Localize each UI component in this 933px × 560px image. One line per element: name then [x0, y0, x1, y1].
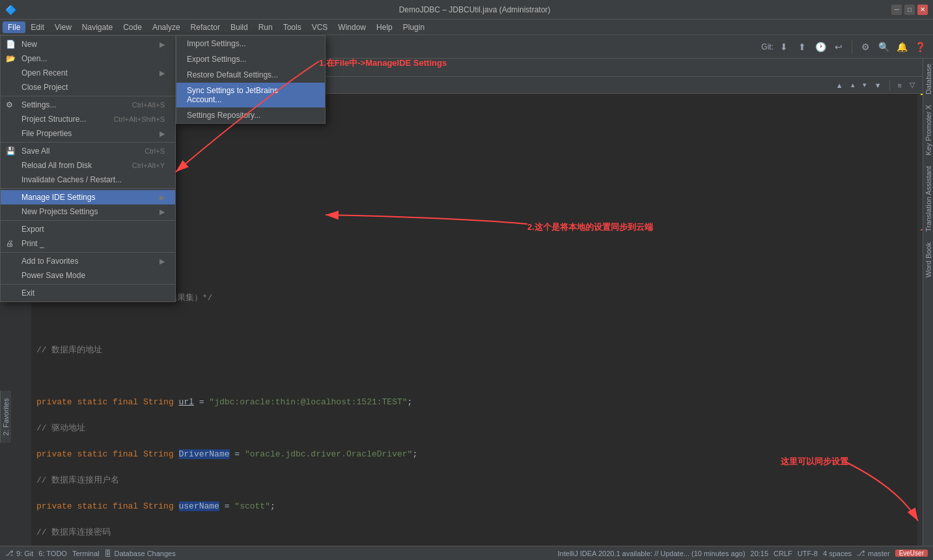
branch-status[interactable]: ⎇ master — [857, 549, 890, 557]
menu-section-1: 📄 New ▶ 📂 Open... Open Recent ▶ Close Pr… — [1, 36, 175, 96]
menu-save-all[interactable]: 💾 Save All Ctrl+S — [1, 144, 175, 158]
menu-navigate[interactable]: Navigate — [77, 21, 118, 33]
menu-build[interactable]: Build — [225, 21, 253, 33]
menu-vcs[interactable]: VCS — [307, 21, 333, 33]
code-scrollbar[interactable] — [917, 94, 923, 546]
git-update-button[interactable]: ⬇ — [776, 39, 792, 55]
align-button[interactable]: ≡ — [895, 81, 904, 90]
filter-button[interactable]: ▽ — [907, 80, 917, 90]
menu-reload[interactable]: Reload All from Disk Ctrl+Alt+Y — [1, 158, 175, 173]
terminal-label: Terminal — [72, 550, 100, 557]
menu-exit[interactable]: Exit — [1, 286, 175, 300]
favorites-label: 2: Favorites — [2, 398, 10, 435]
db-changes-status[interactable]: 🗄 Database Changes — [104, 550, 175, 557]
terminal-status[interactable]: Terminal — [72, 550, 100, 557]
menu-add-favorites[interactable]: Add to Favorites ▶ — [1, 254, 175, 268]
notifications-button[interactable]: 🔔 — [894, 39, 910, 55]
key-promoter-tab[interactable]: Key Promoter X — [923, 100, 933, 161]
new-icon: 📄 — [6, 40, 16, 49]
code-line: private static final String DriverName =… — [36, 448, 912, 461]
menu-settings[interactable]: ⚙ Settings... Ctrl+Alt+S — [1, 98, 175, 112]
submenu-sync-settings[interactable]: Sync Settings to JetBrains Account... — [176, 83, 325, 107]
settings-menu-icon: ⚙ — [6, 100, 13, 109]
menu-window[interactable]: Window — [333, 21, 371, 33]
menu-file-properties[interactable]: File Properties ▶ — [1, 126, 175, 141]
line-ending-label: CRLF — [773, 550, 792, 557]
scroll-up[interactable]: ▴ — [848, 80, 857, 90]
encoding-status[interactable]: UTF-8 — [798, 550, 818, 557]
scroll-error-marker — [921, 229, 923, 231]
git-icon: ⎇ — [5, 549, 14, 557]
title-text: DemoJDBC – JDBCUtil.java (Administrator) — [21, 5, 928, 14]
open-icon: 📂 — [6, 54, 16, 63]
menu-open-recent[interactable]: Open Recent ▶ — [1, 66, 175, 80]
favorites-arrow-icon: ▶ — [160, 257, 165, 266]
translation-tab[interactable]: Translation Assistant — [923, 161, 933, 237]
db-icon: 🗄 — [104, 550, 111, 557]
submenu-export-settings[interactable]: Export Settings... — [176, 51, 325, 67]
menu-bar: File Edit View Navigate Code Analyze Ref… — [0, 20, 933, 35]
wordbook-tab[interactable]: Word Book — [923, 237, 933, 283]
menu-section-4: Manage IDE Settings ▶ New Projects Setti… — [1, 189, 175, 221]
git-push-button[interactable]: ⬆ — [794, 39, 810, 55]
file-menu-dropdown: 📄 New ▶ 📂 Open... Open Recent ▶ Close Pr… — [0, 35, 176, 302]
submenu-restore-defaults[interactable]: Restore Default Settings... — [176, 67, 325, 83]
window-controls: ─ □ ✕ — [891, 5, 928, 15]
search-everywhere-button[interactable]: 🔍 — [876, 39, 891, 55]
indent-status[interactable]: 4 spaces — [823, 550, 852, 557]
menu-analyze[interactable]: Analyze — [147, 21, 186, 33]
db-changes-label: Database Changes — [114, 550, 175, 557]
menu-open[interactable]: 📂 Open... — [1, 51, 175, 66]
menu-section-3: 💾 Save All Ctrl+S Reload All from Disk C… — [1, 143, 175, 189]
idea-update-label: IntelliJ IDEA 2020.1 available: // Updat… — [558, 550, 745, 557]
scroll-top[interactable]: ▲ — [833, 81, 846, 90]
git-rollback-button[interactable]: ↩ — [831, 39, 846, 55]
menu-tools[interactable]: Tools — [278, 21, 307, 33]
menu-plugin[interactable]: Plugin — [398, 21, 430, 33]
right-panels: Database Key Promoter X Translation Assi… — [923, 59, 933, 546]
status-right: IntelliJ IDEA 2020.1 available: // Updat… — [558, 549, 928, 557]
branch-label: master — [868, 550, 890, 557]
line-ending-status[interactable]: CRLF — [773, 550, 792, 557]
close-button[interactable]: ✕ — [917, 5, 928, 15]
scroll-bottom[interactable]: ▼ — [872, 81, 884, 90]
favorites-panel[interactable]: 2: Favorites — [0, 391, 11, 443]
help-button[interactable]: ❓ — [912, 39, 928, 55]
minimize-button[interactable]: ─ — [891, 5, 902, 15]
menu-export[interactable]: Export — [1, 222, 175, 236]
menu-run[interactable]: Run — [253, 21, 278, 33]
menu-print[interactable]: 🖨 Print _ — [1, 236, 175, 251]
csdn-label[interactable]: EveUser — [895, 550, 928, 557]
encoding-label: UTF-8 — [798, 550, 818, 557]
git-history-button[interactable]: 🕐 — [813, 39, 828, 55]
menu-edit[interactable]: Edit — [25, 21, 49, 33]
menu-manage-ide[interactable]: Manage IDE Settings ▶ — [1, 190, 175, 204]
menu-code[interactable]: Code — [118, 21, 147, 33]
submenu-settings-repository[interactable]: Settings Repository... — [176, 107, 325, 123]
maximize-button[interactable]: □ — [904, 5, 915, 15]
menu-new-projects-settings[interactable]: New Projects Settings ▶ — [1, 204, 175, 219]
menu-view[interactable]: View — [49, 21, 77, 33]
scroll-down[interactable]: ▾ — [860, 80, 869, 90]
git-status[interactable]: ⎇ 9: Git — [5, 549, 33, 557]
todo-status[interactable]: 6: TODO — [38, 550, 67, 557]
line-col-status[interactable]: 20:15 — [751, 550, 769, 557]
menu-refactor[interactable]: Refactor — [186, 21, 225, 33]
menu-help[interactable]: Help — [371, 21, 398, 33]
menu-section-2: ⚙ Settings... Ctrl+Alt+S Project Structu… — [1, 96, 175, 143]
menu-invalidate-caches[interactable]: Invalidate Caches / Restart... — [1, 173, 175, 187]
menu-close-project[interactable]: Close Project — [1, 80, 175, 94]
scroll-marker — [921, 94, 923, 95]
menu-power-save[interactable]: Power Save Mode — [1, 268, 175, 283]
database-panel-tab[interactable]: Database — [923, 59, 933, 100]
settings-button[interactable]: ⚙ — [857, 39, 873, 55]
reload-shortcut: Ctrl+Alt+Y — [132, 161, 165, 169]
new-arrow-icon: ▶ — [160, 40, 165, 49]
menu-new[interactable]: 📄 New ▶ — [1, 37, 175, 51]
submenu-import-settings[interactable]: Import Settings... — [176, 36, 325, 51]
code-line: // 数据库的地址 — [36, 344, 912, 357]
menu-project-structure[interactable]: Project Structure... Ctrl+Alt+Shift+S — [1, 112, 175, 126]
code-line: // 数据库连接用户名 — [36, 474, 912, 487]
menu-file[interactable]: File — [3, 21, 25, 33]
idea-update-status[interactable]: IntelliJ IDEA 2020.1 available: // Updat… — [558, 550, 745, 557]
